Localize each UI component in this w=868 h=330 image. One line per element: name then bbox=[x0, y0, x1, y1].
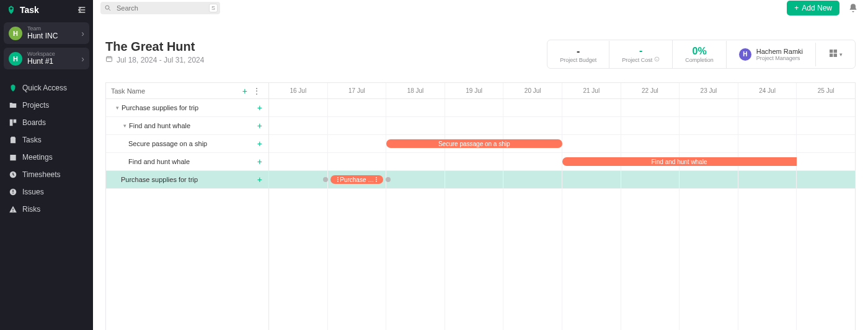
avatar: H bbox=[739, 48, 751, 61]
svg-rect-5 bbox=[12, 211, 13, 212]
plus-icon: + bbox=[794, 4, 799, 12]
sidebar-nav: Quick Access Projects Boards Tasks Meeti… bbox=[0, 76, 93, 222]
task-row[interactable]: Purchase supplies for trip+ bbox=[106, 171, 268, 189]
logo-icon bbox=[6, 5, 16, 15]
sidebar-item-risks[interactable]: Risks bbox=[0, 201, 93, 218]
gantt-bar-label: Secure passage on a ship bbox=[438, 141, 510, 147]
svg-rect-11 bbox=[830, 53, 833, 56]
project-manager[interactable]: H Hachem Ramki Project Managers bbox=[727, 43, 816, 66]
date-header: 22 Jul bbox=[621, 83, 680, 98]
search-wrap: S bbox=[100, 2, 220, 14]
project-date-range: Jul 18, 2024 - Jul 31, 2024 bbox=[117, 56, 204, 64]
svg-rect-10 bbox=[834, 50, 837, 53]
add-new-label: Add New bbox=[802, 4, 832, 12]
gantt-bar-label: Find and hunt whale bbox=[651, 158, 707, 165]
date-header: 17 Jul bbox=[328, 83, 387, 98]
sidebar-item-issues[interactable]: Issues bbox=[0, 183, 93, 201]
more-icon[interactable]: ⋮ bbox=[250, 86, 264, 96]
task-label: Purchase supplies for trip bbox=[122, 104, 255, 111]
gantt-tasklist: Task Name + ⋮ ▾Purchase supplies for tri… bbox=[106, 83, 269, 330]
svg-rect-7 bbox=[107, 57, 112, 62]
sidebar-item-timesheets[interactable]: Timesheets bbox=[0, 166, 93, 183]
svg-rect-3 bbox=[12, 193, 13, 194]
stat-value: - bbox=[560, 46, 596, 57]
project-dates: Jul 18, 2024 - Jul 31, 2024 bbox=[105, 55, 204, 64]
svg-rect-12 bbox=[834, 53, 837, 56]
sidebar-item-label: Quick Access bbox=[22, 84, 67, 92]
search-icon bbox=[104, 4, 112, 12]
chevron-right-icon: › bbox=[81, 28, 84, 38]
sidebar-item-label: Tasks bbox=[22, 136, 42, 144]
add-subtask-icon[interactable]: + bbox=[255, 103, 265, 113]
date-header: 18 Jul bbox=[386, 83, 445, 98]
stat-cost: - Project Cost bbox=[609, 40, 673, 68]
date-header: 21 Jul bbox=[562, 83, 621, 98]
sidebar: Task H Team Hunt INC › H Workspace Hunt … bbox=[0, 0, 93, 330]
task-row[interactable]: ▾Find and hunt whale+ bbox=[106, 117, 268, 135]
gantt-tasklist-header: Task Name + ⋮ bbox=[106, 83, 268, 99]
drag-handle-icon[interactable] bbox=[374, 177, 378, 182]
gantt-bar[interactable]: Purchase suppl… bbox=[330, 175, 383, 184]
workspace-selector[interactable]: H Workspace Hunt #1 › bbox=[4, 48, 89, 69]
column-header: Task Name bbox=[111, 87, 240, 95]
clipboard-icon bbox=[9, 136, 17, 144]
team-selector[interactable]: H Team Hunt INC › bbox=[4, 22, 89, 44]
sidebar-item-quick-access[interactable]: Quick Access bbox=[0, 79, 93, 97]
task-label: Find and hunt whale bbox=[129, 122, 255, 129]
date-header: 20 Jul bbox=[503, 83, 562, 98]
notifications-icon[interactable] bbox=[846, 1, 861, 15]
info-icon[interactable] bbox=[654, 56, 660, 63]
topbar: S + Add New bbox=[93, 0, 868, 16]
stat-label: Project Cost bbox=[622, 56, 660, 63]
project-header: The Great Hunt Jul 18, 2024 - Jul 31, 20… bbox=[93, 16, 868, 75]
sidebar-item-meetings[interactable]: Meetings bbox=[0, 149, 93, 166]
date-header: 16 Jul bbox=[269, 83, 328, 98]
caret-down-icon[interactable]: ▾ bbox=[121, 123, 129, 129]
brand[interactable]: Task bbox=[6, 5, 39, 15]
add-task-icon[interactable]: + bbox=[240, 86, 250, 96]
calendar-icon bbox=[9, 153, 17, 162]
manager-role: Project Managers bbox=[756, 55, 803, 61]
manager-name: Hachem Ramki bbox=[756, 48, 803, 55]
stat-value: 0% bbox=[685, 46, 714, 57]
gantt-timeline[interactable]: 16 Jul17 Jul18 Jul19 Jul20 Jul21 Jul22 J… bbox=[269, 83, 855, 330]
date-header: 23 Jul bbox=[680, 83, 738, 98]
collapse-sidebar-icon[interactable] bbox=[77, 5, 87, 15]
stat-label: Completion bbox=[685, 57, 714, 63]
stat-budget: - Project Budget bbox=[547, 41, 609, 68]
task-row[interactable]: ▾Purchase supplies for trip+ bbox=[106, 99, 268, 117]
project-title: The Great Hunt bbox=[105, 40, 204, 54]
svg-rect-9 bbox=[830, 50, 833, 53]
date-header: 25 Jul bbox=[797, 83, 855, 98]
workspace-name: Hunt #1 bbox=[27, 58, 76, 66]
add-new-button[interactable]: + Add New bbox=[787, 1, 839, 15]
svg-rect-2 bbox=[12, 190, 13, 193]
team-avatar: H bbox=[9, 27, 22, 40]
calendar-icon bbox=[105, 55, 113, 64]
add-subtask-icon[interactable]: + bbox=[255, 175, 265, 185]
svg-point-6 bbox=[105, 6, 109, 9]
add-subtask-icon[interactable]: + bbox=[255, 121, 265, 131]
view-switcher[interactable]: ▾ bbox=[816, 43, 855, 66]
sidebar-item-projects[interactable]: Projects bbox=[0, 97, 93, 114]
gantt-bar[interactable]: Find and hunt whale bbox=[562, 157, 797, 166]
caret-down-icon[interactable]: ▾ bbox=[113, 105, 122, 111]
task-label: Secure passage on a ship bbox=[128, 140, 255, 147]
task-label: Find and hunt whale bbox=[128, 158, 255, 165]
add-subtask-icon[interactable]: + bbox=[255, 157, 265, 167]
gantt-bar[interactable]: Secure passage on a ship bbox=[386, 139, 562, 148]
sidebar-item-boards[interactable]: Boards bbox=[0, 114, 93, 131]
gantt: Task Name + ⋮ ▾Purchase supplies for tri… bbox=[93, 75, 868, 330]
sidebar-item-tasks[interactable]: Tasks bbox=[0, 131, 93, 149]
search-kbd: S bbox=[209, 4, 218, 12]
drag-handle-icon[interactable] bbox=[335, 177, 340, 182]
stat-label: Project Budget bbox=[560, 57, 596, 63]
board-icon bbox=[9, 118, 17, 127]
search-input[interactable] bbox=[100, 2, 220, 14]
add-subtask-icon[interactable]: + bbox=[255, 139, 265, 149]
task-row[interactable]: Find and hunt whale+ bbox=[106, 153, 268, 171]
task-row[interactable]: Secure passage on a ship+ bbox=[106, 135, 268, 153]
warning-icon bbox=[9, 205, 17, 214]
sidebar-item-label: Timesheets bbox=[22, 170, 61, 179]
date-header: 24 Jul bbox=[738, 83, 797, 98]
